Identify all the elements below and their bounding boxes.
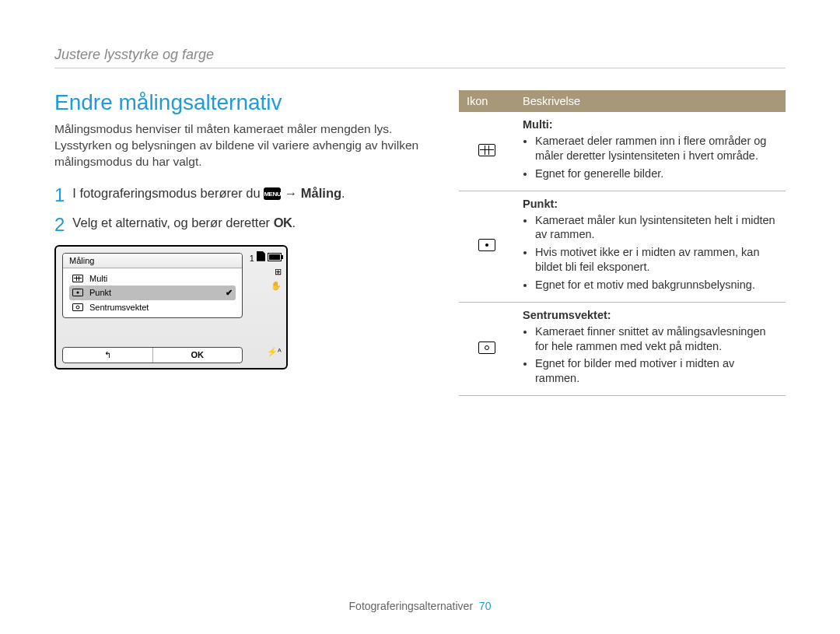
camera-menu-item-sentrum[interactable]: Sentrumsvektet bbox=[69, 300, 236, 314]
row-bullet: Kameraet deler rammen inn i flere område… bbox=[535, 134, 778, 163]
spot-icon bbox=[478, 239, 495, 251]
step-2-number: 2 bbox=[54, 215, 65, 234]
row-bullet: Kameraet måler kun lysintensiteten helt … bbox=[535, 213, 778, 243]
step-1-arrow: → bbox=[285, 186, 301, 200]
camera-back-button[interactable]: ↰ bbox=[63, 348, 153, 363]
row-bullet: Egnet for bilder med motiver i midten av… bbox=[535, 356, 778, 386]
step-1-number: 1 bbox=[54, 186, 65, 205]
table-row: Sentrumsvektet: Kameraet finner snittet … bbox=[459, 302, 786, 395]
step-1-bold: Måling bbox=[301, 186, 341, 200]
menu-icon: MENU bbox=[264, 187, 281, 200]
camera-bottom-bar: ↰ OK bbox=[62, 347, 243, 363]
sd-card-icon bbox=[257, 251, 265, 261]
camera-menu-item-multi[interactable]: Multi bbox=[69, 271, 236, 285]
footer-page-number: 70 bbox=[479, 600, 492, 612]
camera-menu-item-label: Sentrumsvektet bbox=[89, 303, 149, 312]
page-footer: Fotograferingsalternativer 70 bbox=[0, 600, 840, 612]
step-1-end: . bbox=[341, 186, 345, 200]
page-title: Endre målingsalternativ bbox=[54, 90, 428, 115]
table-header-desc: Beskrivelse bbox=[515, 90, 786, 112]
camera-ok-button[interactable]: OK bbox=[153, 348, 243, 363]
step-1-text-pre: I fotograferingsmodus berører du bbox=[72, 186, 264, 200]
camera-menu-item-punkt[interactable]: Punkt ✔ bbox=[69, 285, 236, 300]
row-bullet: Egnet for et motiv med bakgrunnsbelysnin… bbox=[535, 278, 778, 292]
camera-menu-item-label: Punkt bbox=[89, 288, 111, 297]
row-bullet: Hvis motivet ikke er i midten av rammen,… bbox=[535, 245, 778, 275]
row-bullet: Egnet for generelle bilder. bbox=[535, 166, 778, 181]
multi-icon bbox=[72, 275, 83, 282]
stabilizer-icon: ✋ bbox=[250, 280, 282, 292]
spot-icon bbox=[72, 289, 83, 296]
camera-shot-count: 1 bbox=[250, 254, 254, 263]
row-bullet: Kameraet finner snittet av målingsavlesn… bbox=[535, 324, 778, 354]
check-icon: ✔ bbox=[226, 288, 233, 298]
multi-icon bbox=[478, 144, 495, 156]
breadcrumb: Justere lysstyrke og farge bbox=[54, 47, 786, 68]
row-title-punkt: Punkt: bbox=[523, 198, 558, 210]
table-row: Multi: Kameraet deler rammen inn i flere… bbox=[459, 112, 786, 191]
center-weighted-icon bbox=[72, 303, 83, 311]
step-2-text: Velg et alternativ, og berør deretter bbox=[72, 215, 273, 229]
exposure-comp-icon: ⊞ bbox=[250, 266, 282, 278]
camera-screenshot: Måling Multi Punkt ✔ Se bbox=[54, 245, 288, 370]
row-title-sentrum: Sentrumsvektet: bbox=[523, 309, 611, 321]
metering-table: Ikon Beskrivelse Multi: Kameraet deler r… bbox=[459, 90, 786, 396]
camera-menu-panel: Måling Multi Punkt ✔ Se bbox=[62, 253, 243, 318]
step-1: 1 I fotograferingsmodus berører du MENU … bbox=[54, 186, 428, 205]
step-2: 2 Velg et alternativ, og berør deretter … bbox=[54, 215, 428, 234]
camera-menu-title: Måling bbox=[63, 254, 242, 268]
center-weighted-icon bbox=[478, 342, 495, 354]
camera-menu-item-label: Multi bbox=[89, 274, 107, 283]
step-2-end: . bbox=[292, 215, 296, 229]
flash-auto-icon: ⚡ᴬ bbox=[250, 346, 282, 358]
ok-icon-inline: OK bbox=[274, 215, 292, 229]
intro-text: Målingsmodus henviser til måten kameraet… bbox=[54, 121, 428, 170]
table-header-icon: Ikon bbox=[459, 90, 515, 112]
table-row: Punkt: Kameraet måler kun lysintensitete… bbox=[459, 191, 786, 302]
row-title-multi: Multi: bbox=[523, 118, 553, 131]
camera-status-icons: 1 ⊞ ✋ ⚡ᴬ bbox=[250, 251, 282, 360]
battery-icon bbox=[268, 253, 282, 261]
footer-section: Fotograferingsalternativer bbox=[349, 600, 474, 612]
